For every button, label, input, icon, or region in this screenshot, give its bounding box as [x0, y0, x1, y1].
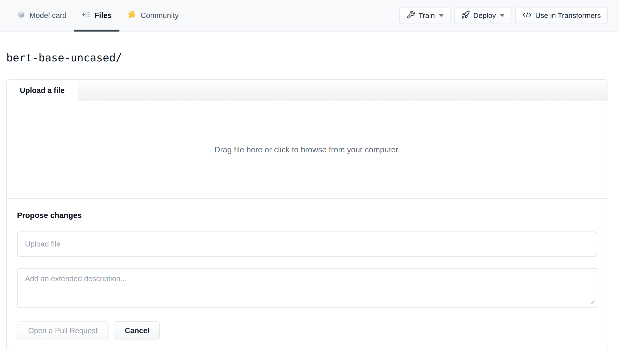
cube-icon [16, 10, 26, 21]
tab-label: Files [94, 11, 112, 20]
main-content: bert-base-uncased/ Upload a file Drag fi… [0, 51, 619, 351]
description-field-wrapper [17, 268, 597, 308]
open-pull-request-button[interactable]: Open a Pull Request [17, 321, 109, 340]
files-list-icon [82, 10, 91, 21]
repo-tab-bar: Model card Files [0, 0, 619, 31]
use-in-transformers-button[interactable]: Use in Transformers [515, 7, 608, 24]
button-label: Deploy [473, 11, 496, 20]
upload-panel: Upload a file Drag file here or click to… [6, 79, 608, 351]
repo-action-buttons: Train Deploy [399, 0, 608, 31]
breadcrumb[interactable]: bert-base-uncased/ [6, 51, 608, 64]
cancel-button[interactable]: Cancel [114, 321, 160, 340]
button-label: Use in Transformers [535, 11, 601, 20]
rocket-icon [461, 10, 470, 21]
deploy-button[interactable]: Deploy [454, 7, 511, 24]
resize-handle-icon[interactable] [590, 299, 595, 305]
button-label: Train [419, 11, 435, 20]
tab-community[interactable]: Community [119, 0, 186, 31]
tab-model-card[interactable]: Model card [9, 0, 74, 31]
dropzone-hint-text: Drag file here or click to browse from y… [214, 145, 400, 154]
chevron-down-icon [500, 14, 505, 17]
active-tab-underline [74, 30, 119, 31]
wrench-icon [406, 10, 415, 21]
tab-files[interactable]: Files [74, 0, 119, 31]
tab-label: Community [141, 11, 179, 20]
form-actions: Open a Pull Request Cancel [17, 321, 597, 340]
code-icon [522, 11, 532, 21]
extended-description-textarea[interactable] [17, 268, 597, 308]
tabstrip-filler [78, 80, 608, 101]
tab-label: Model card [29, 11, 67, 20]
tab-label: Upload a file [20, 86, 65, 95]
waving-hand-icon [127, 10, 137, 21]
chevron-down-icon [439, 14, 444, 17]
propose-changes-section: Propose changes Open a Pull Request Canc… [7, 199, 608, 351]
propose-changes-heading: Propose changes [17, 211, 597, 220]
file-dropzone[interactable]: Drag file here or click to browse from y… [7, 101, 608, 199]
upload-filename-input[interactable] [17, 232, 597, 257]
upload-panel-tabstrip: Upload a file [7, 80, 608, 101]
train-button[interactable]: Train [399, 7, 450, 24]
tab-upload-a-file[interactable]: Upload a file [7, 80, 78, 101]
